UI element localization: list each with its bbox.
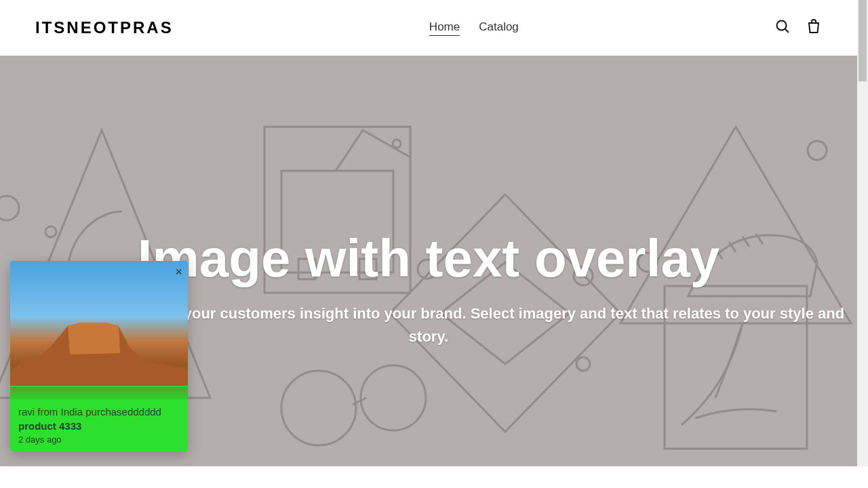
close-icon[interactable]: × [175,265,182,279]
notification-image-art [10,306,188,387]
svg-point-17 [393,140,401,148]
svg-point-21 [281,371,356,445]
cart-icon[interactable] [806,18,822,37]
page-viewport: ITSNEOTPRAS Home Catalog [0,0,857,466]
sales-notification-popup: × ravi from India purchasedddddd product… [10,261,188,451]
svg-point-10 [0,196,19,220]
scrollbar-track[interactable] [857,0,868,466]
svg-point-22 [361,365,426,430]
svg-point-9 [777,21,787,30]
scrollbar-thumb[interactable] [859,0,867,81]
site-header: ITSNEOTPRAS Home Catalog [0,0,857,56]
notification-message: ravi from India purchasedddddd [18,406,180,418]
notification-body[interactable]: ravi from India purchasedddddd product 4… [10,399,188,451]
search-icon[interactable] [774,18,791,37]
site-logo[interactable]: ITSNEOTPRAS [35,18,174,37]
nav-catalog[interactable]: Catalog [479,20,519,36]
notification-time: 2 days ago [18,434,180,445]
nav-home[interactable]: Home [429,20,460,36]
svg-point-23 [808,141,827,160]
header-actions [774,18,822,37]
notification-image: × [10,261,188,399]
primary-nav: Home Catalog [429,20,519,36]
svg-point-20 [576,357,590,371]
notification-product: product 4333 [18,420,180,432]
